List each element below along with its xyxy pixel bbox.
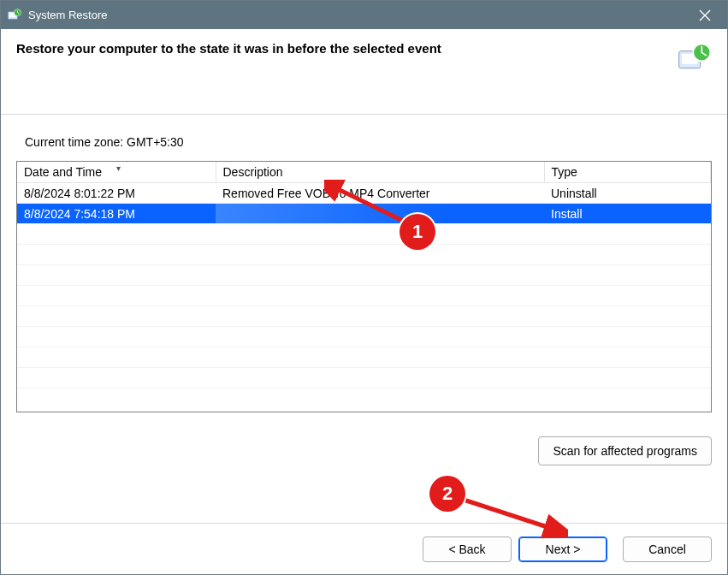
close-button[interactable] — [688, 1, 722, 29]
annotation-badge-1: 1 — [400, 214, 435, 250]
window-title: System Restore — [28, 9, 688, 21]
table-row[interactable] — [17, 286, 711, 306]
table-row[interactable] — [17, 347, 711, 368]
wizard-body: Current time zone: GMT+5:30 Date and Tim… — [1, 115, 727, 523]
system-restore-window: System Restore Restore your computer to … — [0, 0, 728, 575]
col-header-datetime-label: Date and Time — [24, 165, 102, 179]
cancel-button[interactable]: Cancel — [623, 536, 712, 562]
restore-clock-icon — [678, 41, 712, 75]
scan-affected-button[interactable]: Scan for affected programs — [538, 436, 712, 465]
col-header-type[interactable]: Type — [544, 162, 711, 183]
annotation-arrow-2 — [457, 493, 568, 541]
svg-line-6 — [333, 187, 410, 224]
table-row[interactable] — [17, 245, 711, 265]
cell-datetime: 8/8/2024 8:01:22 PM — [17, 183, 216, 204]
page-headline: Restore your computer to the state it wa… — [16, 41, 669, 56]
svg-line-7 — [464, 500, 553, 529]
cell-datetime: 8/8/2024 7:54:18 PM — [17, 204, 216, 224]
scan-row: Scan for affected programs — [16, 436, 712, 465]
table-row[interactable] — [17, 306, 711, 327]
timezone-label: Current time zone: GMT+5:30 — [25, 135, 712, 149]
table-row[interactable] — [17, 368, 711, 388]
cell-type: Install — [544, 204, 711, 224]
table-row[interactable] — [17, 327, 711, 347]
table-row[interactable] — [17, 265, 711, 286]
annotation-badge-2: 2 — [429, 476, 465, 512]
wizard-header: Restore your computer to the state it wa… — [1, 29, 727, 115]
system-restore-icon — [6, 8, 21, 23]
sort-desc-icon: ▾ — [116, 163, 121, 173]
wizard-footer: < Back Next > Cancel — [1, 523, 727, 574]
col-header-datetime[interactable]: Date and Time ▾ — [17, 162, 216, 183]
cell-type: Uninstall — [544, 183, 711, 204]
titlebar: System Restore — [1, 1, 727, 29]
